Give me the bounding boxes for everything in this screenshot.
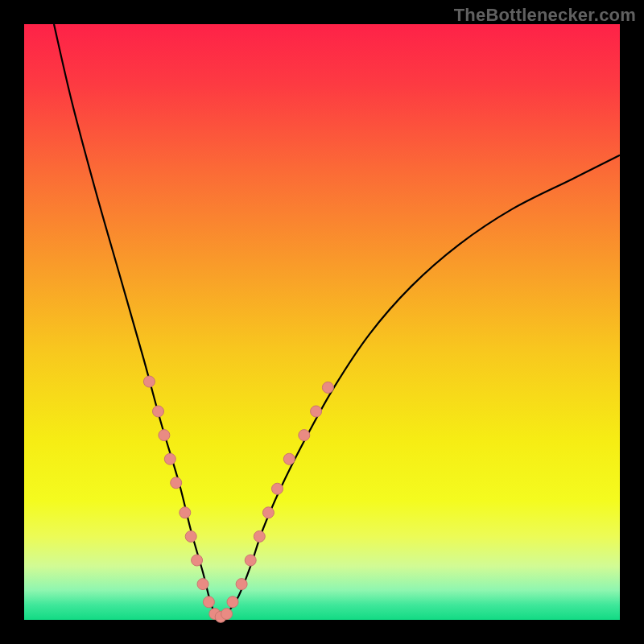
data-marker — [245, 555, 256, 566]
data-marker — [159, 430, 170, 441]
data-marker — [185, 530, 196, 542]
data-marker — [227, 597, 238, 608]
data-marker — [171, 477, 182, 489]
data-marker — [221, 609, 233, 620]
data-marker — [322, 382, 333, 393]
data-marker — [203, 597, 214, 608]
data-marker — [143, 376, 155, 387]
chart-svg — [24, 24, 620, 620]
chart-frame — [24, 24, 620, 620]
data-marker — [153, 406, 164, 417]
data-marker — [164, 453, 175, 464]
data-marker — [197, 579, 208, 590]
bottleneck-curve — [54, 24, 620, 620]
data-marker — [180, 507, 191, 518]
data-marker — [254, 530, 265, 542]
data-marker — [283, 453, 295, 464]
data-marker — [262, 507, 274, 518]
marker-group — [143, 376, 333, 622]
data-marker — [311, 406, 322, 417]
data-marker — [272, 483, 283, 494]
data-marker — [192, 555, 203, 566]
data-marker — [299, 430, 310, 441]
attribution-label: TheBottlenecker.com — [454, 5, 636, 26]
data-marker — [236, 579, 247, 590]
